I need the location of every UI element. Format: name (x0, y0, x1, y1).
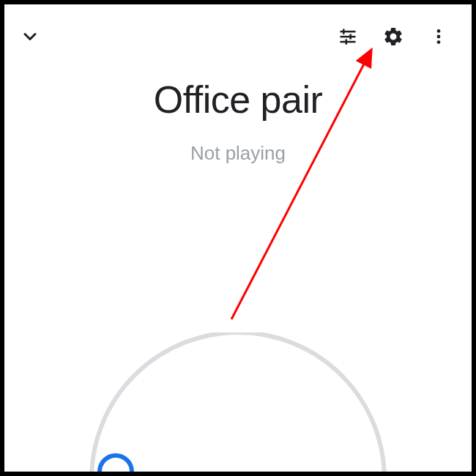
svg-rect-3 (349, 34, 352, 40)
volume-arc-container (4, 332, 472, 476)
chevron-down-icon (20, 26, 40, 47)
more-vertical-icon (429, 27, 448, 46)
gear-icon (382, 26, 404, 48)
svg-rect-2 (341, 36, 356, 38)
collapse-button[interactable] (18, 24, 42, 49)
playback-status: Not playing (4, 142, 472, 165)
svg-point-7 (437, 35, 441, 39)
device-name: Office pair (4, 78, 472, 122)
volume-arc[interactable] (62, 332, 414, 476)
svg-rect-4 (341, 41, 356, 43)
volume-handle[interactable] (100, 455, 132, 476)
toolbar-left (18, 24, 42, 49)
svg-point-6 (437, 29, 441, 33)
svg-rect-0 (341, 31, 356, 33)
device-detail-screen: Office pair Not playing (0, 0, 476, 476)
equalizer-button[interactable] (335, 24, 360, 49)
device-title-area: Office pair Not playing (4, 78, 472, 165)
settings-button[interactable] (381, 24, 406, 49)
top-toolbar (4, 4, 472, 56)
annotation-arrow (4, 4, 472, 472)
svg-rect-1 (343, 29, 345, 34)
overflow-menu-button[interactable] (426, 24, 451, 49)
toolbar-right (335, 24, 458, 49)
svg-point-8 (437, 40, 441, 44)
svg-rect-5 (346, 40, 348, 45)
equalizer-icon (338, 26, 358, 47)
